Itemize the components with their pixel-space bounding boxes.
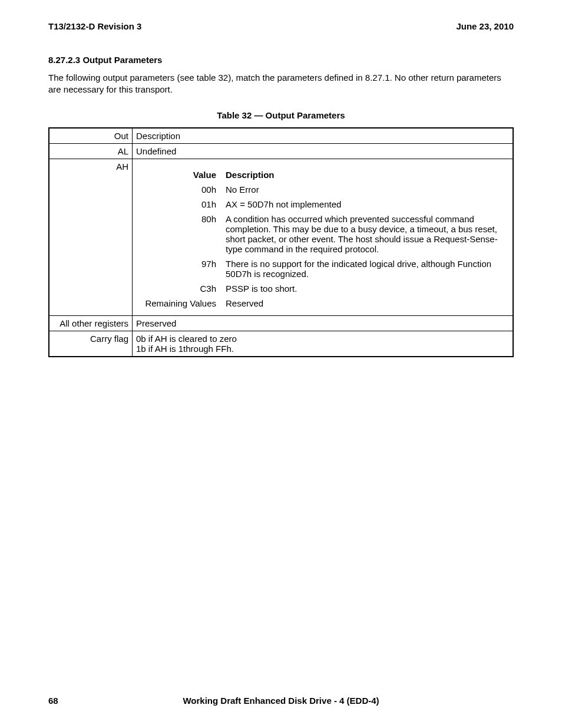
- inner-desc: A condition has occurred which prevented…: [222, 212, 509, 256]
- section-heading: 8.27.2.3 Output Parameters: [48, 55, 514, 65]
- table-header-row: Out Description: [49, 128, 513, 144]
- table-row-other-registers: All other registers Preserved: [49, 315, 513, 331]
- inner-row: 97h There is no support for the indicate…: [136, 256, 509, 281]
- row-al-desc: Undefined: [133, 143, 514, 159]
- table-row-carry-flag: Carry flag 0b if AH is cleared to zero 1…: [49, 331, 513, 357]
- inner-desc: Reserved: [222, 296, 509, 311]
- row-ah-label: AH: [49, 159, 133, 315]
- row-other-label: All other registers: [49, 315, 133, 331]
- inner-desc: PSSP is too short.: [222, 281, 509, 296]
- table-header-description: Description: [133, 128, 514, 144]
- inner-desc: There is no support for the indicated lo…: [222, 256, 509, 281]
- page-header: T13/2132-D Revision 3 June 23, 2010: [48, 21, 514, 31]
- ah-inner-table: Value Description 00h No Error 01h AX = …: [136, 167, 509, 311]
- inner-row: C3h PSSP is too short.: [136, 281, 509, 296]
- inner-header-value: Value: [136, 167, 222, 182]
- inner-value: Remaining Values: [136, 296, 222, 311]
- inner-value: 97h: [136, 256, 222, 281]
- inner-desc: AX = 50D7h not implemented: [222, 197, 509, 212]
- table-row-ah: AH Value Description 00h No Error: [49, 159, 513, 315]
- inner-header-desc: Description: [222, 167, 509, 182]
- page: T13/2132-D Revision 3 June 23, 2010 8.27…: [0, 0, 562, 728]
- inner-value: 80h: [136, 212, 222, 256]
- table-header-out: Out: [49, 128, 133, 144]
- row-other-desc: Preserved: [133, 315, 514, 331]
- carry-line1: 0b if AH is cleared to zero: [136, 334, 509, 344]
- inner-value: C3h: [136, 281, 222, 296]
- inner-row: 00h No Error: [136, 182, 509, 197]
- doc-id: T13/2132-D Revision 3: [48, 21, 141, 31]
- inner-value: 00h: [136, 182, 222, 197]
- table-row-al: AL Undefined: [49, 143, 513, 159]
- row-carry-desc: 0b if AH is cleared to zero 1b if AH is …: [133, 331, 514, 357]
- page-footer: 68 Working Draft Enhanced Disk Drive - 4…: [48, 696, 514, 706]
- row-carry-label: Carry flag: [49, 331, 133, 357]
- page-number: 68: [48, 696, 58, 706]
- inner-row: 80h A condition has occurred which preve…: [136, 212, 509, 256]
- table-caption: Table 32 — Output Parameters: [48, 110, 514, 120]
- output-parameters-table: Out Description AL Undefined AH Value De…: [48, 127, 514, 357]
- inner-row: Remaining Values Reserved: [136, 296, 509, 311]
- inner-row: 01h AX = 50D7h not implemented: [136, 197, 509, 212]
- footer-title: Working Draft Enhanced Disk Drive - 4 (E…: [48, 696, 514, 706]
- carry-line2: 1b if AH is 1through FFh.: [136, 344, 509, 354]
- doc-date: June 23, 2010: [456, 21, 514, 31]
- inner-desc: No Error: [222, 182, 509, 197]
- row-al-label: AL: [49, 143, 133, 159]
- row-ah-desc-cell: Value Description 00h No Error 01h AX = …: [133, 159, 514, 315]
- section-paragraph: The following output parameters (see tab…: [48, 72, 514, 96]
- inner-header-row: Value Description: [136, 167, 509, 182]
- inner-value: 01h: [136, 197, 222, 212]
